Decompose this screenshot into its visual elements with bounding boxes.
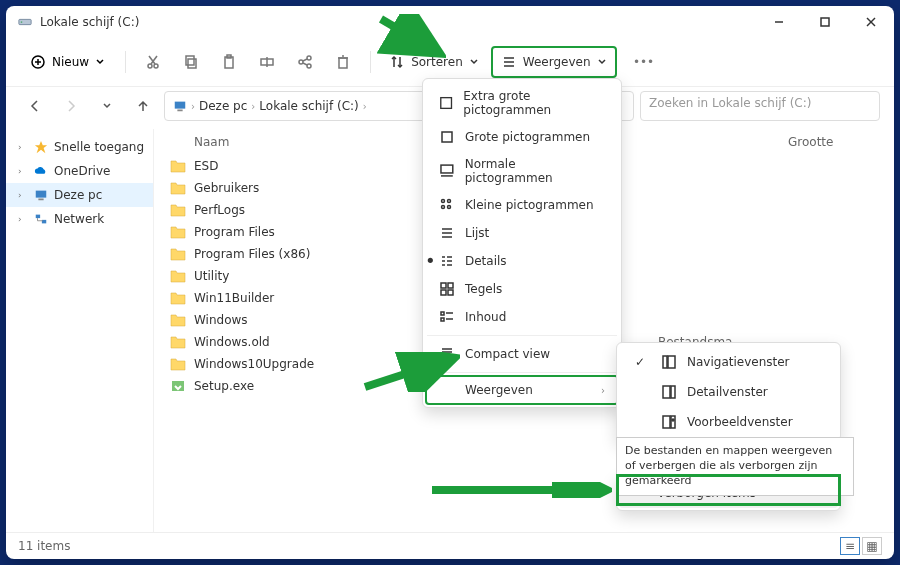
svg-rect-72 <box>663 416 670 428</box>
new-label: Nieuw <box>52 55 89 69</box>
pane-toggle[interactable]: Voorbeeldvenster <box>621 407 836 437</box>
recent-button[interactable] <box>92 91 122 121</box>
svg-rect-35 <box>38 199 43 201</box>
svg-point-43 <box>442 200 445 203</box>
delete-button[interactable] <box>326 46 360 78</box>
view-option[interactable]: Lijst <box>427 219 617 247</box>
file-name: Utility <box>194 269 229 283</box>
divider <box>370 51 371 73</box>
chevron-right-icon: › <box>18 190 28 200</box>
list-icon <box>501 54 517 70</box>
copy-button[interactable] <box>174 46 208 78</box>
svg-rect-33 <box>177 110 182 112</box>
cut-button[interactable] <box>136 46 170 78</box>
paste-button[interactable] <box>212 46 246 78</box>
details-layout-button[interactable]: ≡ <box>840 537 860 555</box>
minimize-button[interactable] <box>756 6 802 38</box>
svg-rect-32 <box>175 102 186 109</box>
more-button[interactable]: ••• <box>627 46 661 78</box>
file-name: Windows.old <box>194 335 270 349</box>
navtree-label: Snelle toegang <box>54 140 144 154</box>
chevron-down-icon <box>95 57 105 67</box>
chevron-right-icon: › <box>18 166 28 176</box>
titlebar: Lokale schijf (C:) <box>6 6 894 38</box>
svg-rect-58 <box>441 290 446 295</box>
svg-rect-73 <box>671 416 675 428</box>
up-button[interactable] <box>128 91 158 121</box>
show-submenu-trigger[interactable]: Weergeven› <box>425 375 619 405</box>
status-bar: 11 items ≡ ▦ <box>6 532 894 559</box>
svg-rect-68 <box>663 356 667 368</box>
svg-rect-71 <box>671 386 675 398</box>
chevron-down-icon <box>597 57 607 67</box>
view-option[interactable]: Tegels <box>427 275 617 303</box>
pane-toggle[interactable]: Detailvenster <box>621 377 836 407</box>
svg-point-19 <box>307 56 311 60</box>
col-type[interactable] <box>658 135 788 149</box>
view-button[interactable]: Weergeven <box>491 46 617 78</box>
col-size[interactable]: Grootte <box>788 135 878 149</box>
file-name: PerfLogs <box>194 203 245 217</box>
crumb-item[interactable]: Lokale schijf (C:) <box>259 99 358 113</box>
file-name: ESD <box>194 159 218 173</box>
chevron-right-icon: › <box>18 142 28 152</box>
svg-rect-24 <box>339 58 347 68</box>
svg-rect-57 <box>448 283 453 288</box>
chevron-right-icon: › <box>251 101 255 112</box>
svg-rect-3 <box>821 18 829 26</box>
view-option[interactable]: Kleine pictogrammen <box>427 191 617 219</box>
svg-rect-59 <box>448 290 453 295</box>
file-name: Setup.exe <box>194 379 254 393</box>
view-option[interactable]: •Details <box>427 247 617 275</box>
checkmark-icon: ✓ <box>635 355 651 369</box>
pane-toggle[interactable]: ✓Navigatievenster <box>621 347 836 377</box>
navtree-item[interactable]: ›Snelle toegang <box>6 135 153 159</box>
sort-icon <box>389 54 405 70</box>
navtree-item[interactable]: ›OneDrive <box>6 159 153 183</box>
file-name: Win11Builder <box>194 291 274 305</box>
svg-rect-36 <box>36 215 40 219</box>
svg-rect-69 <box>668 356 675 368</box>
crumb-item[interactable]: Deze pc <box>199 99 247 113</box>
search-input[interactable]: Zoeken in Lokale schijf (C:) <box>640 91 880 121</box>
compact-view-toggle[interactable]: Compact view <box>427 340 617 368</box>
svg-rect-60 <box>441 312 444 315</box>
forward-button[interactable] <box>56 91 86 121</box>
view-option[interactable]: Inhoud <box>427 303 617 331</box>
svg-point-21 <box>307 64 311 68</box>
svg-point-45 <box>442 206 445 209</box>
maximize-button[interactable] <box>802 6 848 38</box>
svg-rect-13 <box>188 59 196 68</box>
svg-line-22 <box>303 59 307 61</box>
window-title: Lokale schijf (C:) <box>40 15 756 29</box>
plus-circle-icon <box>30 54 46 70</box>
view-option[interactable]: Extra grote pictogrammen <box>427 83 617 123</box>
file-name: Gebruikers <box>194 181 259 195</box>
file-name: Program Files <box>194 225 275 239</box>
view-option[interactable]: Grote pictogrammen <box>427 123 617 151</box>
navtree-item[interactable]: ›Netwerk <box>6 207 153 231</box>
svg-point-1 <box>21 21 23 23</box>
file-name: Windows10Upgrade <box>194 357 314 371</box>
icons-layout-button[interactable]: ▦ <box>862 537 882 555</box>
drive-icon <box>18 15 32 29</box>
navigation-pane: ›Snelle toegang›OneDrive›Deze pc›Netwerk <box>6 129 154 532</box>
new-button[interactable]: Nieuw <box>20 48 115 76</box>
view-option[interactable]: Normale pictogrammen <box>427 151 617 191</box>
sort-button[interactable]: Sorteren <box>381 48 487 76</box>
navtree-item[interactable]: ›Deze pc <box>6 183 153 207</box>
share-button[interactable] <box>288 46 322 78</box>
chevron-right-icon: › <box>363 101 367 112</box>
rename-button[interactable] <box>250 46 284 78</box>
chevron-down-icon <box>469 57 479 67</box>
show-submenu: ✓NavigatievensterDetailvensterVoorbeeldv… <box>616 342 841 442</box>
back-button[interactable] <box>20 91 50 121</box>
item-count: 11 items <box>18 539 70 553</box>
svg-point-9 <box>148 64 152 68</box>
sort-label: Sorteren <box>411 55 463 69</box>
svg-rect-62 <box>441 318 444 321</box>
pc-icon <box>173 98 187 114</box>
svg-rect-39 <box>441 98 452 109</box>
close-button[interactable] <box>848 6 894 38</box>
svg-point-74 <box>672 419 674 421</box>
